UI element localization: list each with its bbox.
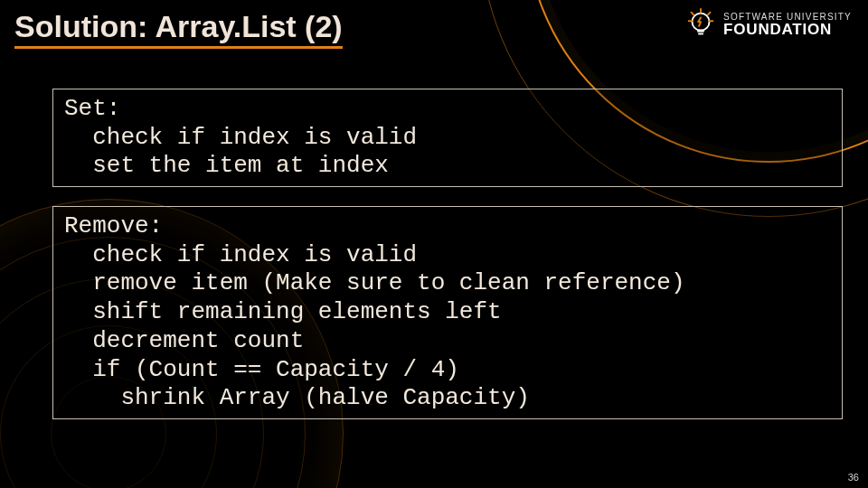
page-number: 36 [848, 472, 859, 483]
code-block-set: Set: check if index is valid set the ite… [52, 89, 843, 187]
code-block-remove: Remove: check if index is valid remove i… [52, 206, 843, 419]
logo-line2: FOUNDATION [723, 22, 852, 37]
lightbulb-icon [684, 7, 718, 42]
softuni-logo: SOFTWARE UNIVERSITY FOUNDATION [684, 7, 852, 42]
logo-line1: SOFTWARE UNIVERSITY [723, 13, 852, 22]
slide-title: Solution: Array.List (2) [14, 9, 343, 49]
